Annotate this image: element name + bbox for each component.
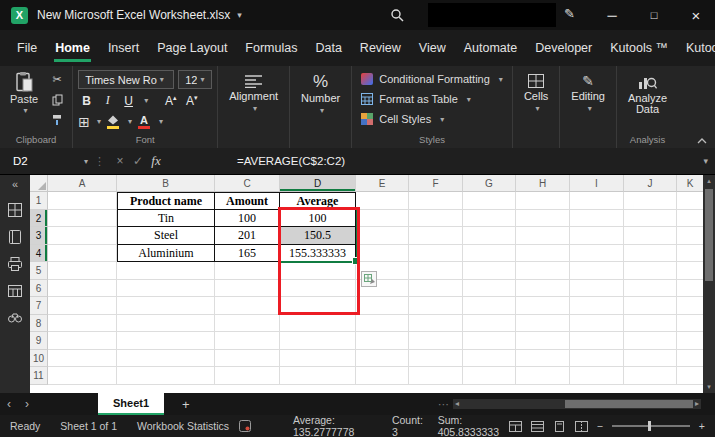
tab-page-layout[interactable]: Page Layout	[148, 30, 236, 66]
cell-G3[interactable]	[463, 227, 516, 245]
format-painter-button[interactable]	[47, 111, 67, 128]
cell-A2[interactable]	[48, 210, 117, 228]
cell-E10[interactable]	[356, 350, 409, 368]
styles-group-label[interactable]: Styles	[357, 134, 507, 148]
cell-E8[interactable]	[356, 315, 409, 333]
cell-A9[interactable]	[48, 332, 117, 350]
page-break-preview-icon[interactable]	[575, 421, 588, 432]
column-header-I[interactable]: I	[570, 175, 624, 192]
column-header-D[interactable]: D	[280, 175, 356, 192]
cell-F9[interactable]	[409, 332, 463, 350]
cell-E2[interactable]	[356, 210, 409, 228]
cell-D1[interactable]: Average	[280, 192, 356, 210]
cell-I9[interactable]	[570, 332, 624, 350]
cell-E7[interactable]	[356, 297, 409, 315]
cell-I2[interactable]	[570, 210, 624, 228]
cell-F4[interactable]	[409, 245, 463, 263]
cell-B5[interactable]	[117, 262, 215, 280]
page-layout-icon[interactable]	[553, 421, 566, 432]
cell-K2[interactable]	[677, 210, 703, 228]
horizontal-scroll-thumb[interactable]	[565, 400, 693, 408]
font-color-button[interactable]: A	[136, 115, 152, 129]
cell-H7[interactable]	[516, 297, 570, 315]
tab-kutools[interactable]: Kutools ™	[601, 30, 677, 66]
cell-D11[interactable]	[280, 367, 356, 385]
cell-J5[interactable]	[624, 262, 677, 280]
italic-button[interactable]: I	[99, 93, 116, 108]
cell-I8[interactable]	[570, 315, 624, 333]
conditional-formatting-button[interactable]: Conditional Formatting ▾	[357, 69, 507, 89]
cell-B7[interactable]	[117, 297, 215, 315]
scroll-up-icon[interactable]: ▴	[703, 177, 715, 185]
cell-G6[interactable]	[463, 280, 516, 298]
chevron-down-icon[interactable]: ▾	[144, 96, 148, 105]
cell-J10[interactable]	[624, 350, 677, 368]
cell-C5[interactable]	[215, 262, 280, 280]
pane-grid-icon[interactable]	[8, 203, 22, 217]
zoom-in-button[interactable]: +	[699, 420, 705, 432]
cell-K3[interactable]	[677, 227, 703, 245]
scroll-left-icon[interactable]: ◂	[455, 399, 459, 409]
analyze-data-button[interactable]: Analyze Data	[622, 69, 673, 115]
tab-review[interactable]: Review	[351, 30, 410, 66]
cell-I6[interactable]	[570, 280, 624, 298]
pane-book-icon[interactable]	[8, 230, 22, 244]
fill-color-button[interactable]	[105, 115, 121, 129]
cell-F8[interactable]	[409, 315, 463, 333]
tab-insert[interactable]: Insert	[99, 30, 148, 66]
cell-I1[interactable]	[570, 192, 624, 210]
excel-logo-icon[interactable]: X	[11, 7, 28, 24]
editing-group-button[interactable]: ✎ Editing ▾	[565, 69, 611, 113]
underline-button[interactable]: U	[120, 94, 137, 108]
cell-F10[interactable]	[409, 350, 463, 368]
cell-F6[interactable]	[409, 280, 463, 298]
cell-A3[interactable]	[48, 227, 117, 245]
tab-home[interactable]: Home	[46, 30, 99, 66]
cell-F7[interactable]	[409, 297, 463, 315]
workbook-statistics-button[interactable]: Workbook Statistics	[127, 420, 239, 432]
scrollbar-grip-icon[interactable]: ⋯	[438, 398, 449, 411]
cell-A10[interactable]	[48, 350, 117, 368]
cell-D10[interactable]	[280, 350, 356, 368]
cell-I11[interactable]	[570, 367, 624, 385]
status-count[interactable]: Count: 3	[392, 414, 424, 437]
cell-A6[interactable]	[48, 280, 117, 298]
expand-formula-bar-icon[interactable]: ▾	[703, 156, 708, 166]
font-name-select[interactable]: Times New Ro ▾	[78, 70, 174, 89]
column-header-K[interactable]: K	[677, 175, 703, 192]
cell-D4[interactable]: 155.333333	[280, 245, 356, 263]
vertical-scrollbar[interactable]: ▴ ▾	[703, 175, 715, 393]
cell-D6[interactable]	[280, 280, 356, 298]
cell-styles-button[interactable]: Cell Styles ▾	[357, 109, 507, 129]
paste-button[interactable]: Paste ▾	[5, 69, 43, 128]
cell-I5[interactable]	[570, 262, 624, 280]
cell-B4[interactable]: Aluminium	[117, 245, 215, 263]
cell-H6[interactable]	[516, 280, 570, 298]
cell-I4[interactable]	[570, 245, 624, 263]
cell-J4[interactable]	[624, 245, 677, 263]
column-header-E[interactable]: E	[356, 175, 409, 192]
borders-button[interactable]: ⊞	[78, 114, 90, 130]
cell-I7[interactable]	[570, 297, 624, 315]
status-tool-icon[interactable]	[239, 420, 251, 432]
scroll-right-icon[interactable]: ▸	[695, 399, 699, 409]
tab-view[interactable]: View	[410, 30, 455, 66]
column-header-J[interactable]: J	[624, 175, 677, 192]
column-header-B[interactable]: B	[117, 175, 215, 192]
minimize-button[interactable]: ─	[592, 0, 632, 30]
cell-F1[interactable]	[409, 192, 463, 210]
analysis-group-label[interactable]: Analysis	[622, 134, 673, 148]
cell-B9[interactable]	[117, 332, 215, 350]
cell-F2[interactable]	[409, 210, 463, 228]
chevron-down-icon[interactable]: ▾	[128, 117, 132, 126]
cell-A8[interactable]	[48, 315, 117, 333]
cell-K10[interactable]	[677, 350, 703, 368]
pane-table-icon[interactable]	[8, 284, 22, 298]
cell-F11[interactable]	[409, 367, 463, 385]
cell-B6[interactable]	[117, 280, 215, 298]
cell-B8[interactable]	[117, 315, 215, 333]
cell-I3[interactable]	[570, 227, 624, 245]
column-header-A[interactable]: A	[48, 175, 117, 192]
next-sheet-button[interactable]: ›	[18, 397, 36, 411]
insert-function-button[interactable]: fx	[147, 153, 165, 169]
